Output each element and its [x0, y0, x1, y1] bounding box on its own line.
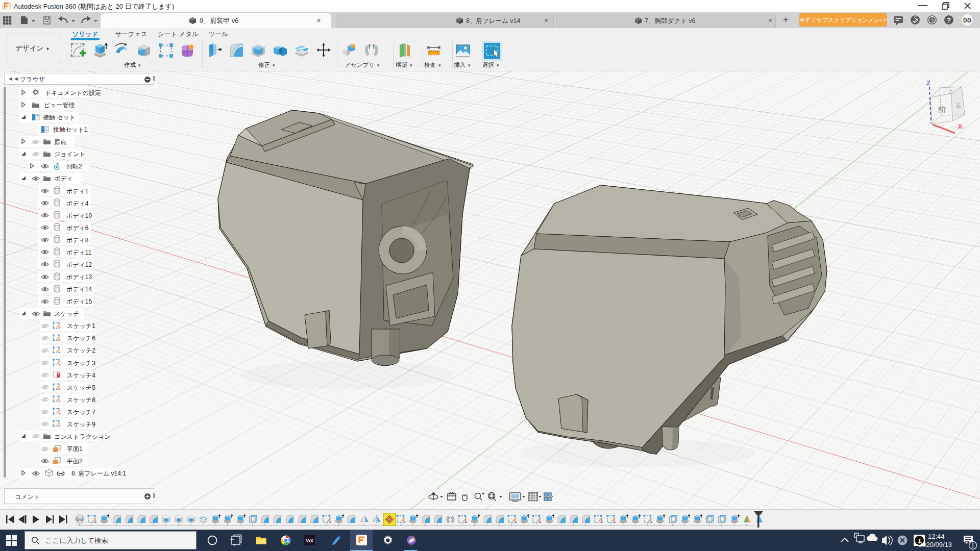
- svg-text:ViX: ViX: [306, 538, 313, 543]
- svg-text:Z: Z: [926, 79, 930, 87]
- svg-text:右: 右: [956, 102, 962, 108]
- svg-text:X: X: [958, 122, 963, 130]
- svg-text:DD: DD: [963, 17, 971, 23]
- svg-text:12:44: 12:44: [928, 533, 945, 540]
- svg-text:前: 前: [938, 105, 946, 114]
- svg-text:上: 上: [947, 88, 953, 94]
- svg-text:2020/09/13: 2020/09/13: [919, 541, 952, 548]
- svg-text:1: 1: [971, 542, 974, 548]
- svg-text:?: ?: [947, 16, 951, 24]
